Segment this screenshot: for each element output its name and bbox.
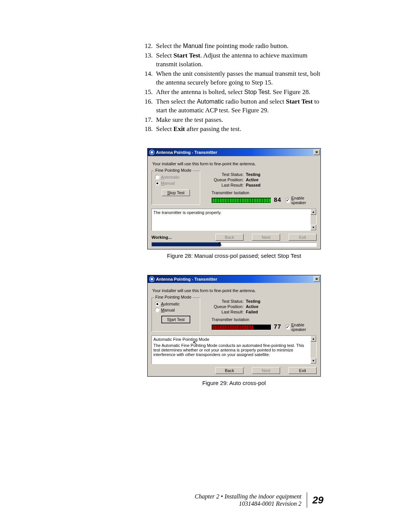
queue-position-value: Active xyxy=(246,177,258,182)
scroll-up-icon[interactable]: ▲ xyxy=(311,209,316,215)
radio-manual[interactable]: Manual xyxy=(155,181,197,185)
scroll-down-icon[interactable]: ▼ xyxy=(311,358,316,364)
isolation-bar xyxy=(212,324,271,330)
test-status-label: Test Status: xyxy=(212,172,244,177)
transmitter-isolation-label: Transmitter Isolation xyxy=(212,190,317,195)
working-label: Working... xyxy=(151,235,215,240)
titlebar: Antenna Pointing - Transmitter ✕ xyxy=(148,275,320,283)
radio-icon xyxy=(155,308,159,312)
fine-pointing-mode-group: Fine Pointing Mode Automatic Manual Stop… xyxy=(151,171,200,205)
enable-speaker-checkbox[interactable]: Enable speaker xyxy=(286,196,317,205)
figure-28-caption: Figure 28: Manual cross-pol passed; sele… xyxy=(145,252,323,259)
radio-automatic[interactable]: Automatic xyxy=(155,302,197,306)
close-icon[interactable]: ✕ xyxy=(314,276,320,282)
test-status-value: Testing xyxy=(246,172,260,177)
checkbox-icon xyxy=(286,198,290,203)
message-body: The Automatic Fine Pointing Mode conduct… xyxy=(153,343,315,357)
window-title: Antenna Pointing - Transmitter xyxy=(156,150,217,155)
step-item: 14.When the unit consistently passes the… xyxy=(145,70,323,87)
start-test-button[interactable]: Start Test xyxy=(162,316,190,323)
isolation-bar xyxy=(212,198,271,203)
scrollbar[interactable]: ▲ ▼ xyxy=(311,209,316,230)
step-item: 18.Select Exit after passing the test. xyxy=(145,125,323,134)
test-status-value: Testing xyxy=(246,299,260,304)
fieldset-legend: Fine Pointing Mode xyxy=(154,168,193,173)
isolation-value: 77 xyxy=(274,324,281,331)
stop-test-button[interactable]: Stop Test xyxy=(162,189,190,196)
transmitter-isolation-label: Transmitter Isolation xyxy=(212,317,317,322)
exit-button[interactable]: Exit xyxy=(288,367,317,374)
step-item: 12.Select the Manual fine pointing mode … xyxy=(145,42,323,51)
last-result-label: Last Result: xyxy=(212,310,244,314)
back-button[interactable]: Back xyxy=(215,234,244,241)
back-button[interactable]: Back xyxy=(215,367,244,374)
progress-bar xyxy=(151,242,317,247)
message-box: The transmitter is operating properly. ▲… xyxy=(151,209,317,231)
step-item: 16.Then select the Automatic radio butto… xyxy=(145,97,323,115)
checkbox-icon xyxy=(286,325,290,329)
fine-pointing-mode-group: Fine Pointing Mode Automatic Manual Star… xyxy=(151,297,200,332)
footer-chapter: Chapter 2 • Installing the indoor equipm… xyxy=(195,493,301,500)
dialog-window: Antenna Pointing - Transmitter ✕ Your in… xyxy=(147,148,321,249)
isolation-value: 84 xyxy=(274,197,281,204)
dialog-intro: Your installer will use this form to fin… xyxy=(152,161,317,166)
message-box: Automatic Fine Pointing Mode The Automat… xyxy=(151,335,317,364)
instruction-list: 12.Select the Manual fine pointing mode … xyxy=(145,42,323,134)
message-text: The transmitter is operating properly. xyxy=(153,210,221,215)
dialog-window: Antenna Pointing - Transmitter ✕ Your in… xyxy=(147,275,321,377)
last-result-label: Last Result: xyxy=(212,183,244,187)
next-button[interactable]: Next xyxy=(252,367,280,374)
page-footer: Chapter 2 • Installing the indoor equipm… xyxy=(195,492,323,508)
fieldset-legend: Fine Pointing Mode xyxy=(154,295,193,299)
exit-button[interactable]: Exit xyxy=(288,234,317,241)
step-item: 13.Select Start Test. Adjust the antenna… xyxy=(145,51,323,69)
close-icon[interactable]: ✕ xyxy=(314,150,320,155)
radio-icon xyxy=(155,175,159,179)
test-status-label: Test Status: xyxy=(212,299,244,304)
scrollbar[interactable]: ▲ ▼ xyxy=(311,336,316,364)
radio-automatic[interactable]: Automatic xyxy=(155,175,197,179)
dialog-intro: Your installer will use this form to fin… xyxy=(152,288,317,293)
figure-29-caption: Figure 29: Auto cross-pol xyxy=(145,380,323,386)
queue-position-value: Active xyxy=(246,304,258,309)
last-result-value: Passed xyxy=(246,183,261,187)
app-icon xyxy=(149,276,155,282)
radio-automatic-label: utomatic xyxy=(164,175,180,179)
app-icon xyxy=(149,150,155,155)
scroll-down-icon[interactable]: ▼ xyxy=(311,225,316,230)
step-item: 17.Make sure the test passes. xyxy=(145,116,323,125)
enable-speaker-checkbox[interactable]: Enable speaker xyxy=(286,323,317,332)
figure-29: Antenna Pointing - Transmitter ✕ Your in… xyxy=(145,275,323,386)
step-item: 15.After the antenna is bolted, select S… xyxy=(145,88,323,97)
radio-manual[interactable]: Manual xyxy=(155,308,197,312)
radio-manual-label: anual xyxy=(164,308,175,312)
window-title: Antenna Pointing - Transmitter xyxy=(156,277,217,281)
radio-automatic-label: utomatic xyxy=(164,302,180,306)
last-result-value: Failed xyxy=(246,310,258,314)
footer-separator xyxy=(307,492,307,508)
radio-icon xyxy=(155,302,159,306)
figure-28: Antenna Pointing - Transmitter ✕ Your in… xyxy=(145,148,323,259)
radio-icon xyxy=(155,181,159,185)
message-title: Automatic Fine Pointing Mode xyxy=(153,337,315,342)
queue-position-label: Queue Position: xyxy=(212,177,244,182)
queue-position-label: Queue Position: xyxy=(212,304,244,309)
radio-manual-label: anual xyxy=(164,181,175,185)
status-panel: Test Status:Testing Queue Position:Activ… xyxy=(200,297,317,332)
titlebar: Antenna Pointing - Transmitter ✕ xyxy=(148,149,320,156)
footer-doc: 1031484-0001 Revision 2 xyxy=(195,500,301,507)
scroll-up-icon[interactable]: ▲ xyxy=(311,336,316,342)
page-number: 29 xyxy=(312,494,323,506)
status-panel: Test Status:Testing Queue Position:Activ… xyxy=(200,171,317,205)
next-button[interactable]: Next xyxy=(252,234,280,241)
